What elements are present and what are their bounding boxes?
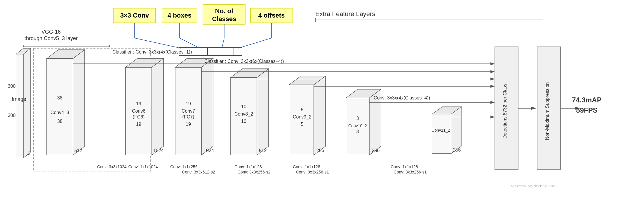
svg-marker-33 [432, 114, 451, 154]
svg-rect-1 [162, 8, 197, 23]
conv102-classifier: Conv: 3x3x(4x(Classes+4)) [374, 95, 430, 100]
svg-line-47 [238, 38, 271, 48]
image-dim2: 300 [8, 113, 16, 118]
boxes-annotation: 4 boxes [168, 12, 192, 19]
offsets-annotation: 4 offsets [258, 12, 285, 19]
conv-label-3: Conv: 1x1x256 [170, 164, 198, 169]
svg-rect-36 [179, 47, 197, 56]
svg-marker-19 [126, 59, 163, 67]
svg-marker-15 [47, 59, 73, 155]
vgg-label-line1: VGG-16 [41, 29, 61, 35]
svg-marker-11 [16, 54, 23, 158]
conv82-dim1: 10 [241, 104, 246, 109]
extra-layers-label: Extra Feature Layers [315, 10, 375, 18]
svg-marker-16 [47, 50, 85, 59]
classifier-text-1: Classifier : Conv: 3x3x(4x(Classes+1)) [112, 49, 192, 54]
svg-marker-20 [152, 59, 163, 155]
classifier-text-2: Classifier : Conv: 3x3x(6x(Classes+4)) [204, 59, 284, 64]
svg-marker-65 [575, 107, 580, 110]
svg-marker-62 [531, 107, 537, 110]
conv-label-8: Conv: 3x3x256-s1 [296, 170, 329, 174]
conv43-label: Conv4_3 [51, 110, 69, 115]
conv7-label2: (FC7) [182, 114, 194, 119]
svg-rect-63 [537, 47, 561, 170]
conv7-dim2: 19 [186, 122, 191, 127]
conv82-dim2: 10 [241, 119, 246, 124]
conv92-dim2: 5 [301, 122, 304, 127]
svg-marker-29 [314, 76, 326, 155]
svg-rect-0 [113, 8, 156, 23]
image-dim3: 3 [28, 151, 31, 156]
conv102-dim3: 256 [372, 148, 380, 153]
conv112-dim3: 256 [453, 147, 461, 152]
result-map: 74.3mAP [572, 96, 601, 104]
result-fps: 59FPS [576, 106, 597, 114]
svg-rect-37 [197, 47, 208, 56]
conv-label-1: Conv: 3x3x1024 [97, 164, 126, 169]
svg-rect-3 [250, 8, 293, 23]
conv-label-7: Conv: 1x1x128 [293, 164, 320, 169]
svg-marker-35 [451, 107, 461, 154]
svg-marker-28 [289, 76, 326, 85]
svg-rect-39 [234, 47, 242, 56]
conv43-dim1: 38 [57, 95, 62, 100]
svg-marker-57 [490, 101, 495, 104]
svg-marker-23 [201, 59, 213, 155]
conv102-dim1: 3 [356, 116, 359, 121]
svg-marker-26 [257, 69, 269, 155]
conv6-label1: Conv6 [132, 109, 145, 114]
conv-label-10: Conv: 3x3x256-s1 [394, 170, 427, 174]
conv102-label: Conv10_2 [348, 123, 367, 128]
svg-marker-12 [16, 48, 31, 54]
svg-marker-51 [490, 70, 495, 73]
conv82-dim3: 512 [259, 148, 267, 153]
classes-annotation-line2: Classes [212, 15, 236, 23]
svg-marker-22 [175, 59, 213, 67]
conv6-label2: (FC6) [133, 114, 145, 119]
svg-line-41 [135, 38, 181, 48]
conv92-label: Conv9_2 [293, 114, 311, 120]
vgg-label-line2: through Conv5_3 layer [25, 35, 78, 42]
main-container: 3×3 Conv 4 boxes No. of Classes 4 offset… [0, 0, 644, 208]
conv7-dim1: 19 [186, 101, 191, 106]
conv-label-5: Conv: 1x1x128 [234, 164, 262, 169]
conv7-dim3: 1024 [203, 148, 214, 153]
conv6-dim3: 1024 [153, 148, 164, 153]
svg-marker-31 [346, 89, 381, 98]
image-dim1: 300 [8, 84, 16, 89]
svg-marker-25 [231, 69, 269, 78]
svg-marker-32 [369, 89, 381, 155]
svg-marker-18 [126, 67, 152, 155]
svg-marker-17 [73, 50, 85, 155]
source-text: https://arxiv.org/abs/1512.02325 [511, 184, 556, 188]
conv43-dim2: 38 [57, 119, 62, 124]
conv82-label: Conv8_2 [234, 111, 253, 117]
conv7-label1: Conv7 [182, 109, 195, 114]
svg-rect-38 [208, 47, 234, 56]
svg-marker-53 [490, 78, 495, 80]
conv6-dim2: 19 [136, 122, 141, 127]
svg-marker-30 [346, 98, 369, 155]
svg-line-45 [222, 38, 224, 48]
image-label: Image [12, 96, 26, 102]
conv6-dim1: 19 [136, 101, 141, 106]
svg-rect-60 [495, 47, 518, 170]
svg-marker-24 [231, 78, 257, 155]
conv-label-2: Conv: 1x1x1024 [128, 164, 158, 169]
svg-rect-14 [34, 48, 150, 171]
conv43-dim3: 512 [74, 148, 82, 153]
conv-label-6: Conv: 3x3x256-s2 [238, 170, 271, 174]
classes-annotation-line1: No. of [215, 7, 234, 15]
conv102-dim2: 3 [356, 129, 359, 134]
diagram-svg: 3×3 Conv 4 boxes No. of Classes 4 offset… [0, 0, 644, 208]
svg-marker-21 [175, 67, 201, 155]
svg-marker-13 [23, 48, 31, 158]
conv-label-4: Conv: 3x3x512-s2 [182, 170, 215, 174]
svg-marker-34 [432, 107, 461, 114]
detections-text: Detections:8732 per Class [502, 84, 507, 139]
nms-text: Non-Maximum Suppression [545, 82, 550, 140]
conv-annotation: 3×3 Conv [120, 12, 149, 19]
svg-line-43 [180, 38, 200, 48]
conv-label-9: Conv: 1x1x128 [391, 164, 418, 169]
svg-marker-49 [490, 62, 495, 65]
